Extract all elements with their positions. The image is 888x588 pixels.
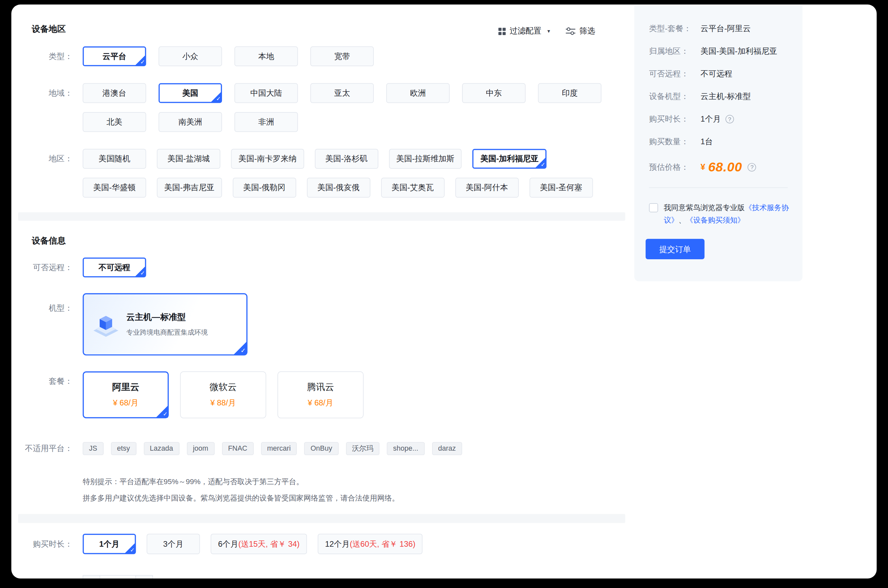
remote-label: 可否远程： — [22, 258, 72, 277]
question-icon[interactable]: ? — [725, 115, 734, 124]
summary-row: 类型-套餐： 云平台-阿里云 — [649, 22, 788, 34]
submit-order-button[interactable]: 提交订单 — [646, 239, 705, 259]
area-option-california[interactable]: 美国-加利福尼亚✓ — [473, 149, 547, 168]
area-option[interactable]: 美国-华盛顿 — [83, 178, 146, 197]
zone-option[interactable]: 南美洲 — [159, 112, 222, 132]
selected-check-icon: ✓ — [135, 55, 146, 66]
model-label: 机型： — [22, 293, 72, 314]
agreement-checkbox[interactable] — [649, 203, 658, 212]
platform-tag: OnBuy — [304, 442, 338, 455]
price-amount: 68.00 — [708, 159, 742, 175]
area-option[interactable]: 美国-南卡罗来纳 — [231, 149, 304, 168]
stepper-minus-button[interactable] — [83, 575, 100, 579]
zone-option[interactable]: 印度 — [538, 83, 601, 103]
panel-divider — [649, 188, 788, 188]
notice-line2: 拼多多用户建议优先选择中国设备。紫鸟浏览器提供的设备皆受国家网络监管，请合法使用… — [83, 490, 524, 506]
zone-label: 地域： — [22, 83, 72, 103]
area-option[interactable]: 美国-俄勒冈 — [233, 178, 296, 197]
zone-option[interactable]: 中东 — [462, 83, 525, 103]
zone-option-usa[interactable]: 美国✓ — [159, 83, 222, 103]
remote-row: 可否远程： 不可远程✓ — [22, 258, 146, 277]
duration-option-12month[interactable]: 12个月(送60天, 省￥ 136) — [318, 534, 423, 554]
area-option[interactable]: 美国-俄亥俄 — [307, 178, 370, 197]
main-card: 设备地区 过滤配置 ▼ 筛选 类型： 云平台✓ 小众 本地 宽带 — [12, 4, 877, 579]
filter-config-button[interactable]: 过滤配置 ▼ — [499, 26, 551, 36]
filter-icon — [566, 27, 575, 35]
type-option[interactable]: 本地 — [234, 46, 298, 66]
filter-config-label: 过滤配置 — [509, 26, 541, 36]
special-notice: 特别提示：平台适配率在95%～99%，适配与否取决于第三方平台。 拼多多用户建议… — [83, 473, 524, 506]
section-title-device-info: 设备信息 — [32, 236, 66, 246]
duration-option-6month[interactable]: 6个月(送15天, 省￥ 34) — [210, 534, 307, 554]
area-option[interactable]: 美国-弗吉尼亚 — [157, 178, 222, 197]
package-option-aliyun[interactable]: 阿里云 ¥ 68/月 ✓ — [83, 371, 169, 418]
package-row: 套餐： 阿里云 ¥ 68/月 ✓ 微软云 ¥ 88/月 腾讯云 ¥ 68/月 — [22, 371, 364, 418]
area-option[interactable]: 美国-盐湖城 — [157, 149, 220, 168]
agreement-text: 我同意紫鸟浏览器专业版《技术服务协议》、《设备购买须知》 — [664, 202, 790, 226]
model-card-cloud-host[interactable]: 云主机—标准型 专业跨境电商配置集成环境 ✓ — [83, 293, 248, 356]
area-row: 地区： 美国随机 美国-盐湖城 美国-南卡罗来纳 美国-洛杉矶 美国-拉斯维加斯… — [22, 149, 593, 198]
type-option-cloud[interactable]: 云平台✓ — [83, 46, 146, 66]
type-option[interactable]: 宽带 — [310, 46, 374, 66]
package-label: 套餐： — [22, 371, 72, 391]
quantity-stepper[interactable] — [83, 575, 153, 579]
duration-option-1month[interactable]: 1个月✓ — [83, 534, 136, 554]
unsupported-label: 不适用平台： — [22, 442, 72, 455]
duration-option-3month[interactable]: 3个月 — [147, 534, 200, 554]
area-option[interactable]: 美国-拉斯维加斯 — [389, 149, 462, 168]
selected-check-icon: ✓ — [125, 543, 135, 554]
purchase-notice-link[interactable]: 《设备购买须知》 — [686, 216, 745, 224]
type-row: 类型： 云平台✓ 小众 本地 宽带 — [22, 46, 374, 66]
duration-row: 购买时长： 1个月✓ 3个月 6个月(送15天, 省￥ 34) 12个月(送60… — [22, 534, 423, 554]
zone-option[interactable]: 中国大陆 — [234, 83, 298, 103]
unsupported-platforms-row: 不适用平台： JS etsy Lazada joom FNAC mercari … — [22, 442, 462, 455]
area-option[interactable]: 美国随机 — [83, 149, 146, 168]
platform-tag: Lazada — [144, 442, 179, 455]
area-label: 地区： — [22, 149, 72, 168]
selected-check-icon: ✓ — [156, 405, 168, 418]
zone-option[interactable]: 亚太 — [310, 83, 374, 103]
section-divider — [18, 514, 625, 523]
model-card-subtitle: 专业跨境电商配置集成环境 — [126, 327, 208, 337]
platform-tag: JS — [83, 442, 103, 455]
cloud-host-cube-icon — [93, 311, 119, 337]
currency-symbol: ¥ — [700, 159, 705, 175]
area-option[interactable]: 美国-艾奥瓦 — [381, 178, 444, 197]
zone-option[interactable]: 欧洲 — [386, 83, 449, 103]
package-option-tencent[interactable]: 腾讯云 ¥ 68/月 — [277, 371, 364, 418]
selected-check-icon: ✓ — [233, 341, 247, 355]
estimated-price-row: 预估价格： ¥ 68.00 ? — [649, 159, 788, 175]
platform-tag: etsy — [111, 442, 137, 455]
chevron-down-icon: ▼ — [547, 28, 551, 34]
platform-tag: FNAC — [222, 442, 254, 455]
zone-row: 地域： 港澳台 美国✓ 中国大陆 亚太 欧洲 中东 印度 北美 南美洲 非洲 — [22, 83, 601, 132]
area-option[interactable]: 美国-阿什本 — [455, 178, 518, 197]
stepper-plus-button[interactable] — [135, 575, 153, 579]
package-option-microsoft[interactable]: 微软云 ¥ 88/月 — [180, 371, 266, 418]
notice-line1: 特别提示：平台适配率在95%～99%，适配与否取决于第三方平台。 — [83, 473, 524, 490]
area-option[interactable]: 美国-洛杉矶 — [315, 149, 378, 168]
duration-label: 购买时长： — [22, 534, 72, 554]
model-card-title: 云主机—标准型 — [126, 312, 208, 322]
summary-row: 设备机型： 云主机-标准型 — [649, 90, 788, 102]
platform-tag: daraz — [432, 442, 462, 455]
remote-option-no-remote[interactable]: 不可远程✓ — [83, 258, 146, 277]
platform-tag: shope... — [387, 442, 425, 455]
selected-check-icon: ✓ — [135, 266, 146, 277]
zone-option[interactable]: 北美 — [83, 112, 146, 132]
summary-row: 购买数量： 1台 — [649, 136, 788, 147]
toolbar: 过滤配置 ▼ 筛选 — [499, 26, 595, 36]
platform-tag: 沃尔玛 — [346, 442, 379, 455]
zone-option[interactable]: 港澳台 — [83, 83, 146, 103]
page: 设备地区 过滤配置 ▼ 筛选 类型： 云平台✓ 小众 本地 宽带 — [0, 0, 888, 588]
section-divider — [18, 212, 625, 221]
selected-check-icon: ✓ — [210, 92, 221, 103]
summary-row: 归属地区： 美国-美国-加利福尼亚 — [649, 45, 788, 57]
price-label: 预估价格： — [649, 159, 700, 175]
type-option[interactable]: 小众 — [159, 46, 222, 66]
question-icon[interactable]: ? — [748, 163, 756, 171]
filter-button[interactable]: 筛选 — [566, 26, 595, 36]
zone-option[interactable]: 非洲 — [234, 112, 298, 132]
area-option[interactable]: 美国-圣何塞 — [529, 178, 592, 197]
filter-label: 筛选 — [579, 26, 595, 36]
